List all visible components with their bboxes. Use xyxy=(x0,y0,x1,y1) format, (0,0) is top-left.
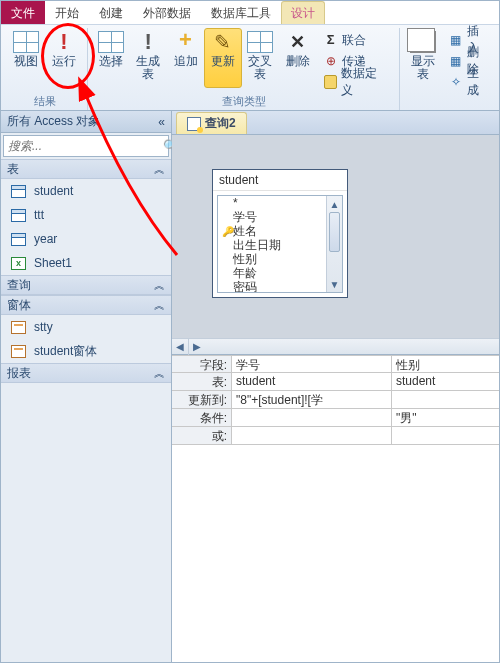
union-label: 联合 xyxy=(342,32,366,49)
item-label: Sheet1 xyxy=(34,256,72,270)
field-item[interactable]: 密码 xyxy=(218,280,342,293)
work-area: 查询2 student * 学号 🔑姓名 出生日期 性别 年龄 密码 ▲ ▼ xyxy=(172,111,500,662)
primary-key-icon: 🔑 xyxy=(222,226,230,237)
chevron-up-icon: ︽ xyxy=(154,298,165,313)
tablebox-student[interactable]: student * 学号 🔑姓名 出生日期 性别 年龄 密码 ▲ ▼ xyxy=(212,169,348,298)
search-input[interactable] xyxy=(4,139,163,153)
chevron-up-icon: ︽ xyxy=(154,366,165,381)
cell-updateto-0[interactable]: "8"+[student]![学 xyxy=(232,391,392,409)
horizontal-scrollbar[interactable]: ◀ ▶ xyxy=(172,338,500,354)
nav-form-student[interactable]: student窗体 xyxy=(1,339,171,363)
update-button[interactable]: ✎ 更新 xyxy=(204,28,241,88)
section-tables-label: 表 xyxy=(7,161,19,178)
tab-dbtools[interactable]: 数据库工具 xyxy=(201,1,281,24)
run-button[interactable]: ! 运行 xyxy=(45,28,83,88)
section-forms-label: 窗体 xyxy=(7,297,31,314)
nav-form-stty[interactable]: stty xyxy=(1,315,171,339)
delete-button[interactable]: ✕ 删除 xyxy=(279,28,316,88)
scroll-down-icon[interactable]: ▼ xyxy=(327,276,342,292)
cell-or-1[interactable] xyxy=(392,427,500,445)
scroll-right-icon[interactable]: ▶ xyxy=(188,339,204,355)
update-label: 更新 xyxy=(211,55,235,68)
nav-table-student[interactable]: student xyxy=(1,179,171,203)
cell-criteria-1[interactable]: "男" xyxy=(392,409,500,427)
item-label: student窗体 xyxy=(34,343,97,360)
cell-field-0[interactable]: 学号 xyxy=(232,355,392,373)
nav-table-sheet1[interactable]: x Sheet1 xyxy=(1,251,171,275)
section-forms[interactable]: 窗体 ︽ xyxy=(1,295,171,315)
run-icon: ! xyxy=(53,31,75,53)
ribbon-group-querytype: 选择 ! 生成表 + 追加 ✎ 更新 交叉表 ✕ 删除 xyxy=(88,28,400,110)
select-button[interactable]: 选择 xyxy=(92,28,129,88)
section-reports[interactable]: 报表 ︽ xyxy=(1,363,171,383)
table-icon xyxy=(11,233,26,246)
body: 所有 Access 对象 « 🔍 表 ︽ student ttt year x … xyxy=(1,111,499,662)
nav-header[interactable]: 所有 Access 对象 « xyxy=(1,111,171,133)
rowheader-or: 或: xyxy=(172,427,232,445)
cell-criteria-0[interactable] xyxy=(232,409,392,427)
tab-design[interactable]: 设计 xyxy=(281,1,325,24)
crosstab-icon xyxy=(247,31,273,53)
doc-tab-query2[interactable]: 查询2 xyxy=(176,112,247,134)
ribbon-group-setup: 显示表 ▦ 插入 ▦ 删除 ✧ 生成 xyxy=(400,28,497,110)
delete-icon: ✕ xyxy=(287,31,309,53)
cell-or-0[interactable] xyxy=(232,427,392,445)
datadef-label: 数据定义 xyxy=(341,65,388,99)
rowheader-table: 表: xyxy=(172,373,232,391)
cell-table-0[interactable]: student xyxy=(232,373,392,391)
insertrows-icon: ▦ xyxy=(449,33,463,47)
showtable-button[interactable]: 显示表 xyxy=(404,28,441,88)
section-queries-label: 查询 xyxy=(7,277,31,294)
excel-icon: x xyxy=(11,257,26,270)
search-box[interactable]: 🔍 xyxy=(3,135,169,157)
chevron-up-icon: ︽ xyxy=(154,162,165,177)
cell-updateto-1[interactable] xyxy=(392,391,500,409)
delete-label: 删除 xyxy=(286,55,310,68)
crosstab-label: 交叉表 xyxy=(243,55,278,81)
design-upper-pane[interactable]: student * 学号 🔑姓名 出生日期 性别 年龄 密码 ▲ ▼ xyxy=(172,135,500,355)
nav-table-ttt[interactable]: ttt xyxy=(1,203,171,227)
tab-external[interactable]: 外部数据 xyxy=(133,1,201,24)
scroll-up-icon[interactable]: ▲ xyxy=(327,196,342,212)
navigation-pane: 所有 Access 对象 « 🔍 表 ︽ student ttt year x … xyxy=(1,111,172,662)
passthrough-icon: ⊕ xyxy=(324,54,338,68)
maketable-button[interactable]: ! 生成表 xyxy=(129,28,166,88)
menu-tabs: 文件 开始 创建 外部数据 数据库工具 设计 xyxy=(1,1,499,25)
nav-table-year[interactable]: year xyxy=(1,227,171,251)
showtable-icon xyxy=(410,31,436,53)
vertical-scrollbar[interactable]: ▲ ▼ xyxy=(326,196,342,292)
group-label-querytype: 查询类型 xyxy=(222,94,266,110)
group-label-results: 结果 xyxy=(34,94,56,110)
tab-file[interactable]: 文件 xyxy=(1,1,45,24)
collapse-icon[interactable]: « xyxy=(158,115,165,129)
tab-home[interactable]: 开始 xyxy=(45,1,89,24)
view-label: 视图 xyxy=(14,55,38,68)
maketable-icon: ! xyxy=(137,31,159,53)
builder-button[interactable]: ✧ 生成 xyxy=(446,72,493,92)
view-button[interactable]: 视图 xyxy=(7,28,45,88)
design-grid[interactable]: 字段: 学号 性别 表: student student 更新到: "8"+[s… xyxy=(172,355,500,445)
section-tables[interactable]: 表 ︽ xyxy=(1,159,171,179)
tab-create[interactable]: 创建 xyxy=(89,1,133,24)
group-label-setup xyxy=(447,94,450,110)
rowheader-field: 字段: xyxy=(172,355,232,373)
cell-table-1[interactable]: student xyxy=(392,373,500,391)
datadef-button[interactable]: 数据定义 xyxy=(321,72,392,92)
select-icon xyxy=(98,31,124,53)
rowheader-criteria: 条件: xyxy=(172,409,232,427)
item-label: student xyxy=(34,184,73,198)
crosstab-button[interactable]: 交叉表 xyxy=(242,28,279,88)
design-grid-pane[interactable]: 字段: 学号 性别 表: student student 更新到: "8"+[s… xyxy=(172,355,500,662)
union-button[interactable]: Σ 联合 xyxy=(321,30,392,50)
cell-field-1[interactable]: 性别 xyxy=(392,355,500,373)
showtable-label: 显示表 xyxy=(405,55,440,81)
scroll-thumb[interactable] xyxy=(329,212,340,252)
form-icon xyxy=(11,345,26,358)
field-list[interactable]: * 学号 🔑姓名 出生日期 性别 年龄 密码 ▲ ▼ xyxy=(217,195,343,293)
append-button[interactable]: + 追加 xyxy=(167,28,204,88)
maketable-label: 生成表 xyxy=(130,55,165,81)
builder-icon: ✧ xyxy=(449,75,463,89)
section-queries[interactable]: 查询 ︽ xyxy=(1,275,171,295)
item-label: ttt xyxy=(34,208,44,222)
scroll-left-icon[interactable]: ◀ xyxy=(172,339,188,355)
